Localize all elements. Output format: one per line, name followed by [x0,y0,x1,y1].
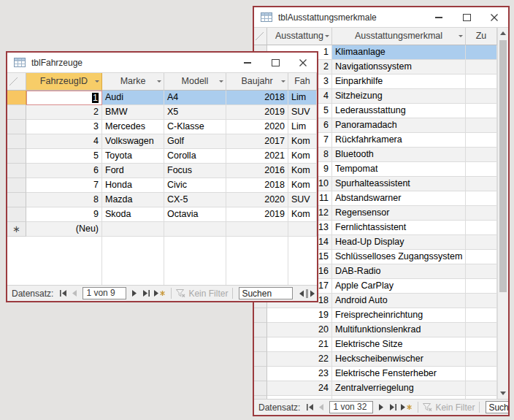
data-cell[interactable]: 2018 [226,178,288,193]
row-selector[interactable] [7,207,26,222]
data-cell[interactable]: Civic [164,178,226,193]
data-cell[interactable]: 2021 [226,149,288,164]
data-cell[interactable] [288,222,317,237]
titlebar[interactable]: tblAusstattungsmerkmale [254,7,508,28]
data-cell[interactable]: Elektrische Fensterheber [332,367,466,381]
data-cell[interactable]: Regensensor [332,206,466,221]
data-cell[interactable]: A4 [164,91,226,105]
data-cell[interactable]: Ford [102,164,164,178]
column-header-0[interactable]: Ausstattung [267,28,332,45]
search-input[interactable] [239,287,293,299]
data-cell[interactable]: Focus [164,164,226,178]
data-cell[interactable]: Rückfahrkamera [332,133,466,148]
data-cell[interactable]: 2019 [226,207,288,222]
data-cell[interactable]: Tempomat [332,162,466,177]
data-cell[interactable]: Kom [288,164,317,178]
scroll-up-button[interactable] [498,28,508,39]
column-header-1[interactable]: Marke [102,73,164,91]
row-selector[interactable] [254,352,267,367]
data-cell[interactable]: Einparkhilfe [332,75,466,89]
data-cell[interactable]: Heckscheibenwischer [332,352,466,367]
data-cell[interactable] [466,352,497,367]
data-cell[interactable] [102,222,164,237]
data-cell[interactable]: Multifunktionslenkrad [332,323,466,337]
data-cell[interactable] [466,279,497,294]
data-cell[interactable]: 2018 [226,91,288,105]
row-selector[interactable] [7,178,26,193]
data-cell[interactable]: BMW [102,105,164,120]
data-cell[interactable]: Navigationssystem [332,60,466,75]
data-cell[interactable]: Lederausstattung [332,104,466,118]
data-cell[interactable] [466,221,497,235]
vertical-scrollbar[interactable] [497,28,508,399]
row-selector[interactable] [254,323,267,337]
titlebar[interactable]: tblFahrzeuge [7,53,317,73]
data-cell[interactable]: Kom [288,207,317,222]
data-cell[interactable]: Freisprecheinrichtung [332,308,466,323]
data-cell[interactable]: Toyota [102,149,164,164]
row-selector[interactable] [7,120,26,134]
data-cell[interactable] [466,337,497,352]
nav-next-button[interactable] [375,402,387,413]
data-cell[interactable] [466,148,497,162]
scroll-thumb[interactable] [499,40,507,292]
data-cell[interactable]: Lim [288,120,317,134]
data-cell[interactable]: DAB-Radio [332,264,466,279]
data-cell[interactable]: SUV [288,105,317,120]
data-cell[interactable]: Corolla [164,149,226,164]
data-cell[interactable]: Bluetooth [332,148,466,162]
data-cell[interactable] [466,162,497,177]
scroll-down-button[interactable] [498,388,508,399]
data-cell[interactable]: 2 [26,105,102,120]
data-cell[interactable]: Klimaanlage [332,45,466,60]
data-cell[interactable]: SUV [288,193,317,207]
data-cell[interactable]: 8 [26,193,102,207]
nav-first-button[interactable] [304,402,315,413]
data-cell[interactable]: Spurhalteassistent [332,177,466,191]
data-cell[interactable] [466,133,497,148]
record-position-box[interactable]: 1 von 9 [83,287,126,299]
data-cell[interactable]: Zentralverriegelung [332,381,466,396]
horizontal-scrollbar[interactable] [298,289,316,298]
column-dropdown-icon[interactable] [325,35,329,39]
record-position-box[interactable]: 1 von 32 [329,401,373,413]
data-cell[interactable] [466,177,497,191]
data-cell[interactable]: Apple CarPlay [332,279,466,294]
row-selector[interactable] [254,308,267,323]
row-selector[interactable] [7,105,26,120]
filter-status[interactable]: Kein Filter [176,289,228,299]
row-selector[interactable] [7,91,26,105]
data-cell[interactable]: Lim [288,91,317,105]
row-selector[interactable] [7,164,26,178]
row-selector[interactable] [254,381,267,396]
nav-prev-button[interactable] [69,288,80,299]
data-cell[interactable]: Volkswagen [102,134,164,149]
data-cell[interactable]: 21 [267,337,332,352]
column-header-2[interactable]: Zu [466,28,497,45]
data-cell[interactable]: 2019 [226,105,288,120]
close-button[interactable] [289,53,317,72]
data-cell[interactable]: 1 [26,91,102,105]
data-cell[interactable]: Skoda [102,207,164,222]
new-record-selector[interactable]: ∗ [7,222,26,237]
column-header-1[interactable]: Ausstattungsmerkmal [332,28,466,45]
data-cell[interactable]: 20 [267,323,332,337]
column-dropdown-icon[interactable] [95,80,99,85]
data-cell[interactable] [466,381,497,396]
data-cell[interactable]: 7 [26,178,102,193]
data-cell[interactable] [466,45,497,60]
nav-last-button[interactable] [387,402,399,413]
select-all-corner[interactable] [7,73,26,91]
data-cell[interactable]: CX-5 [164,193,226,207]
data-cell[interactable]: 9 [26,207,102,222]
close-button[interactable] [480,7,508,27]
data-cell[interactable]: Kom [288,149,317,164]
data-cell[interactable] [466,89,497,104]
row-selector[interactable] [254,337,267,352]
data-cell[interactable] [466,323,497,337]
row-selector[interactable] [7,149,26,164]
data-cell[interactable] [466,104,497,118]
data-cell[interactable]: 24 [267,381,332,396]
filter-status[interactable]: Kein Filter [423,402,475,413]
data-cell[interactable]: 5 [26,149,102,164]
